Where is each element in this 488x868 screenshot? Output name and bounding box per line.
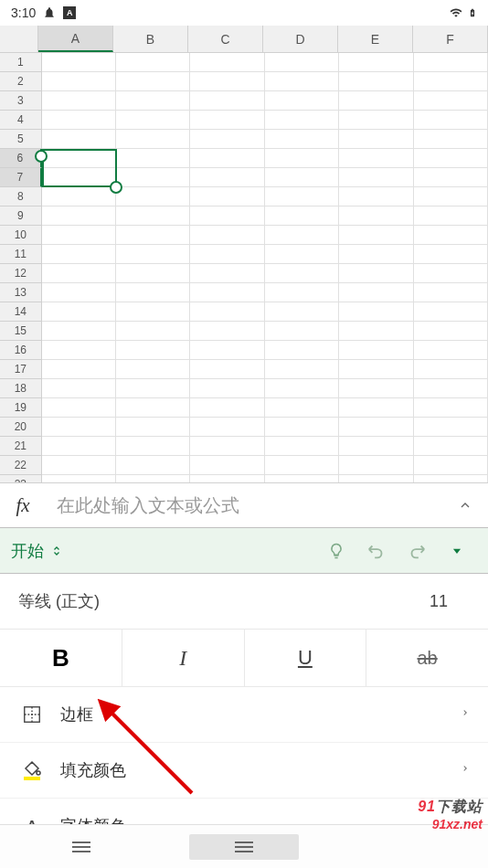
cell[interactable]	[42, 302, 116, 322]
cell[interactable]	[42, 456, 116, 475]
cell[interactable]	[42, 475, 116, 482]
cell[interactable]	[339, 245, 413, 264]
cell[interactable]	[265, 72, 339, 91]
cell[interactable]	[190, 206, 264, 226]
cell[interactable]	[116, 302, 190, 322]
cell[interactable]	[265, 245, 339, 264]
cell[interactable]	[42, 111, 116, 130]
font-selector[interactable]: 等线 (正文) 11	[0, 574, 488, 629]
cell[interactable]	[190, 302, 264, 322]
cell[interactable]	[414, 91, 488, 111]
cell[interactable]	[42, 322, 116, 341]
cell[interactable]	[116, 245, 190, 264]
row-header[interactable]: 14	[0, 302, 42, 322]
cell[interactable]	[265, 398, 339, 418]
cell[interactable]	[116, 206, 190, 226]
row-header[interactable]: 15	[0, 322, 42, 341]
cell[interactable]	[42, 187, 116, 206]
cell[interactable]	[116, 322, 190, 341]
row-header[interactable]: 18	[0, 379, 42, 398]
cell[interactable]	[339, 475, 413, 482]
cell[interactable]	[339, 91, 413, 111]
menu-border[interactable]: 边框	[0, 687, 488, 743]
col-header-f[interactable]: F	[413, 26, 488, 52]
cell[interactable]	[339, 130, 413, 149]
row-header[interactable]: 8	[0, 187, 42, 206]
col-header-b[interactable]: B	[113, 26, 188, 52]
cell[interactable]	[116, 456, 190, 475]
cell[interactable]	[116, 149, 190, 168]
cell[interactable]	[42, 264, 116, 283]
menu-fill-color[interactable]: 填充颜色	[0, 743, 488, 799]
cell[interactable]	[339, 111, 413, 130]
row-header[interactable]: 9	[0, 206, 42, 226]
cell[interactable]	[190, 456, 264, 475]
row-header[interactable]: 3	[0, 91, 42, 111]
cell[interactable]	[116, 264, 190, 283]
cell[interactable]	[42, 72, 116, 91]
row-header[interactable]: 19	[0, 398, 42, 418]
cell[interactable]	[116, 72, 190, 91]
row-header[interactable]: 16	[0, 341, 42, 360]
cell[interactable]	[116, 111, 190, 130]
cell[interactable]	[339, 53, 413, 72]
cell[interactable]	[414, 322, 488, 341]
cell[interactable]	[265, 168, 339, 187]
cell[interactable]	[339, 283, 413, 302]
cell[interactable]	[190, 360, 264, 379]
cell[interactable]	[414, 53, 488, 72]
cell[interactable]	[339, 149, 413, 168]
selection-handle-bottom[interactable]	[110, 181, 122, 194]
cell[interactable]	[339, 341, 413, 360]
cell[interactable]	[414, 360, 488, 379]
row-header[interactable]: 21	[0, 437, 42, 456]
cell[interactable]	[190, 149, 264, 168]
cell[interactable]	[190, 91, 264, 111]
cell[interactable]	[265, 226, 339, 245]
redo-button[interactable]	[397, 541, 437, 561]
cell[interactable]	[265, 91, 339, 111]
cell[interactable]	[265, 379, 339, 398]
nav-recent[interactable]	[0, 825, 163, 868]
cell[interactable]	[414, 168, 488, 187]
cell[interactable]	[339, 264, 413, 283]
cell[interactable]	[116, 53, 190, 72]
row-header[interactable]: 1	[0, 53, 42, 72]
cell[interactable]	[116, 130, 190, 149]
cell[interactable]	[414, 437, 488, 456]
cell[interactable]	[414, 226, 488, 245]
col-header-e[interactable]: E	[338, 26, 413, 52]
cell[interactable]	[414, 206, 488, 226]
cell[interactable]	[414, 149, 488, 168]
strikethrough-button[interactable]: ab	[366, 630, 488, 686]
ribbon-tab-home[interactable]: 开始	[11, 540, 62, 562]
cell[interactable]	[414, 283, 488, 302]
row-header[interactable]: 20	[0, 418, 42, 437]
cell[interactable]	[265, 322, 339, 341]
cell[interactable]	[265, 111, 339, 130]
formula-expand-button[interactable]	[442, 498, 488, 513]
cell[interactable]	[265, 187, 339, 206]
cell[interactable]	[190, 398, 264, 418]
cell[interactable]	[42, 226, 116, 245]
row-header[interactable]: 2	[0, 72, 42, 91]
col-header-c[interactable]: C	[188, 26, 263, 52]
formula-input[interactable]: 在此处输入文本或公式	[46, 493, 442, 518]
undo-button[interactable]	[356, 541, 397, 561]
nav-back[interactable]	[325, 825, 488, 868]
expand-button[interactable]	[437, 545, 477, 557]
cell[interactable]	[42, 360, 116, 379]
cell[interactable]	[190, 245, 264, 264]
cell[interactable]	[190, 187, 264, 206]
cell[interactable]	[414, 341, 488, 360]
cell[interactable]	[414, 245, 488, 264]
cell[interactable]	[339, 418, 413, 437]
cell[interactable]	[116, 341, 190, 360]
cell[interactable]	[265, 149, 339, 168]
cell[interactable]	[414, 187, 488, 206]
cell[interactable]	[265, 475, 339, 482]
cell[interactable]	[339, 398, 413, 418]
cell[interactable]	[339, 206, 413, 226]
spreadsheet[interactable]: A B C D E F 1234567891011121314151617181…	[0, 26, 488, 482]
cell[interactable]	[265, 302, 339, 322]
